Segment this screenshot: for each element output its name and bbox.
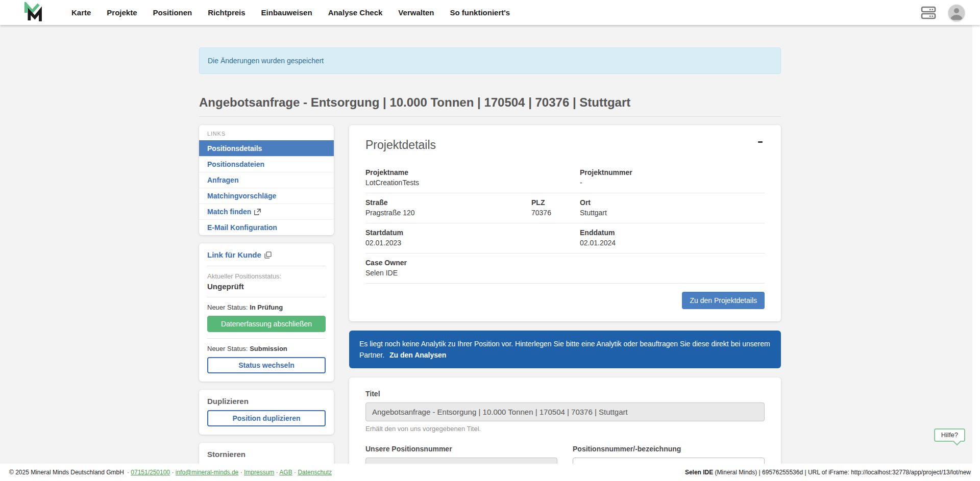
next-status-line-1: Neuer Status: In Prüfung: [207, 303, 326, 311]
detail-field: Ort Stuttgart: [580, 198, 765, 217]
detail-field-label: Straße: [365, 198, 531, 207]
detail-field: Case Owner Selen IDE: [365, 259, 531, 277]
sidebar-link-label: Matchingvorschläge: [207, 192, 276, 200]
position-number-label: Positionsnummer/-bezeichnung: [573, 445, 765, 453]
sidebar-link-label: Positionsdateien: [207, 160, 264, 168]
page-title: Angebotsanfrage - Entsorgung | 10.000 To…: [199, 95, 781, 110]
nav-item[interactable]: Karte: [71, 8, 91, 17]
detail-field: Startdatum 02.01.2023: [365, 229, 531, 247]
nav-item[interactable]: Positionen: [153, 8, 192, 17]
sidebar-link[interactable]: Match finden: [199, 204, 334, 219]
next-status-line-2: Neuer Status: Submission: [207, 345, 326, 352]
footer-link[interactable]: AGB: [279, 469, 292, 476]
footer-link[interactable]: Datenschutz: [298, 469, 332, 476]
main-column: Projektdetails Projektname: [349, 125, 781, 481]
cancel-card-title: Stornieren: [207, 450, 326, 459]
detail-field-label: Case Owner: [365, 259, 531, 267]
nav-item[interactable]: Analyse Check: [328, 8, 383, 17]
sidebar-link[interactable]: Positionsdateien: [199, 156, 334, 172]
sidebar-link[interactable]: Positionsdetails: [199, 140, 334, 156]
detail-field-value: Stuttgart: [580, 209, 765, 217]
nav-item[interactable]: Richtpreis: [208, 8, 245, 17]
save-success-alert: Die Änderungen wurden gespeichert: [199, 47, 781, 74]
our-position-number-label: Unsere Positionsnummer: [365, 445, 557, 453]
server-stack-icon[interactable]: [921, 6, 936, 20]
switch-status-button[interactable]: Status wechseln: [207, 357, 326, 373]
duplicate-position-button[interactable]: Position duplizieren: [207, 410, 326, 426]
customer-link[interactable]: Link für Kunde: [207, 250, 272, 259]
page-content: Die Änderungen wurden gespeichert Angebo…: [199, 25, 781, 481]
footer-separator: ·: [276, 469, 278, 476]
footer-separator: ·: [240, 469, 242, 476]
nav-item[interactable]: Projekte: [107, 8, 137, 17]
go-to-project-details-button[interactable]: Zu den Projektdetails: [682, 292, 765, 309]
sidebar-link-label: Anfragen: [207, 176, 238, 184]
avatar-icon: [948, 5, 965, 21]
nav-item[interactable]: Verwalten: [398, 8, 434, 17]
status-card: Link für Kunde Aktueller Positionsstatus…: [199, 243, 334, 382]
footer-link[interactable]: Impressum: [244, 469, 274, 476]
sidebar-link-label: Positionsdetails: [207, 144, 262, 153]
detail-field-label: Startdatum: [365, 229, 531, 237]
duplicate-card-title: Duplizieren: [207, 397, 326, 406]
detail-field-label: Ort: [580, 198, 765, 207]
detail-field-value: -: [580, 179, 765, 187]
current-status-label: Aktueller Positionsstatus:: [207, 272, 326, 280]
title-helper-text: Erhält den von uns vorgegebenen Titel.: [365, 425, 765, 433]
customer-link-label: Link für Kunde: [207, 250, 261, 259]
footer-separator: ·: [294, 469, 296, 476]
project-details-title: Projektdetails: [365, 138, 436, 152]
sidebar-link[interactable]: Matchingvorschläge: [199, 188, 334, 204]
detail-field: PLZ 70376: [531, 198, 580, 217]
detail-field-value: 02.01.2023: [365, 239, 531, 247]
detail-row: Case Owner Selen IDE: [365, 254, 765, 284]
footer-separator: ·: [127, 469, 129, 476]
complete-data-entry-button[interactable]: Datenerfassung abschließen: [207, 316, 326, 332]
external-link-icon: [254, 209, 261, 215]
links-card-header: LINKS: [199, 125, 334, 140]
collapse-icon[interactable]: [756, 138, 765, 146]
detail-field-value: 02.01.2024: [580, 239, 765, 247]
mineral-minds-logo-icon[interactable]: [22, 2, 43, 23]
detail-field-label: Projektnummer: [580, 168, 765, 176]
divider: [207, 338, 326, 339]
footer: © 2025 Mineral Minds Deutschland GmbH · …: [0, 464, 980, 481]
nav-item[interactable]: Einbauweisen: [261, 8, 312, 17]
sidebar-link-label: Match finden: [207, 208, 251, 216]
title-field-label: Titel: [365, 390, 765, 398]
detail-field: Enddatum 02.01.2024: [580, 229, 765, 247]
detail-field-value: 70376: [531, 209, 580, 217]
detail-field-label: Enddatum: [580, 229, 765, 237]
footer-link[interactable]: info@mineral-minds.de: [176, 469, 239, 476]
app-viewport: Karte Projekte Positionen Richtpreis Ein…: [0, 0, 980, 481]
duplicate-card: Duplizieren Position duplizieren: [199, 390, 334, 435]
detail-field-label: PLZ: [531, 198, 580, 207]
footer-session-info: Selen IDE (Mineral Minds) | 69576255536d…: [685, 469, 971, 476]
sidebar-link-label: E-Mail Konfiguration: [207, 223, 277, 232]
detail-field-value: Pragstraße 120: [365, 209, 531, 217]
footer-separator: ·: [172, 469, 174, 476]
detail-row: Projektname LotCreationTests Projektnumm…: [365, 163, 765, 193]
help-button[interactable]: Hilfe?: [934, 428, 965, 442]
scrollbar[interactable]: [972, 25, 980, 481]
next-status-value-2: Submission: [250, 345, 287, 352]
title-divider: [199, 116, 781, 117]
detail-row: Straße Pragstraße 120 PLZ 70376: [365, 193, 765, 223]
detail-field: Projektnummer -: [580, 168, 765, 187]
detail-field-value: LotCreationTests: [365, 179, 531, 187]
nav-item[interactable]: So funktioniert's: [450, 8, 510, 17]
footer-user: Selen IDE: [685, 469, 713, 476]
detail-field-label: Projektname: [365, 168, 531, 176]
footer-link[interactable]: 07151/250100: [131, 469, 170, 476]
sidebar-link[interactable]: Anfragen: [199, 172, 334, 188]
sidebar-link[interactable]: E-Mail Konfiguration: [199, 219, 334, 235]
go-to-analyses-link[interactable]: Zu den Analysen: [389, 351, 447, 359]
header-actions: [921, 5, 965, 21]
copy-icon: [264, 251, 272, 259]
detail-field-value: Selen IDE: [365, 269, 531, 277]
main-nav: Karte Projekte Positionen Richtpreis Ein…: [71, 8, 510, 17]
detail-row: Startdatum 02.01.2023 Enddatum 02.01.202…: [365, 223, 765, 254]
user-avatar[interactable]: [948, 5, 965, 21]
copyright-text: © 2025 Mineral Minds Deutschland GmbH: [9, 469, 124, 476]
project-details-card: Projektdetails Projektname: [349, 125, 781, 321]
